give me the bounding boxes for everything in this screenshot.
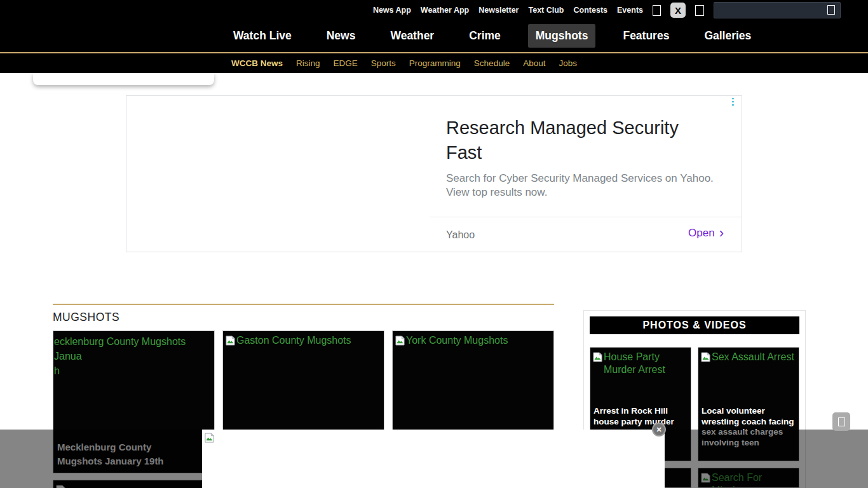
broken-image-icon (395, 336, 405, 346)
section-divider (53, 304, 554, 305)
sub-nav: WCCB News Rising EDGE Sports Programming… (231, 53, 577, 73)
nav-mugshots[interactable]: Mugshots (528, 24, 596, 48)
subnav-edge[interactable]: EDGE (334, 58, 358, 68)
search-box (714, 2, 841, 18)
nav-watch-live[interactable]: Watch Live (226, 24, 299, 48)
subnav-programming[interactable]: Programming (409, 58, 461, 68)
subnav-jobs[interactable]: Jobs (559, 58, 577, 68)
broken-image-icon (593, 352, 602, 362)
main-nav: Watch Live News Weather Crime Mugshots F… (226, 20, 759, 52)
utility-link-news-app[interactable]: News App (373, 6, 411, 15)
broken-image-alt-text: House Party Murder Arrest (604, 351, 688, 376)
broken-image-icon (226, 336, 235, 346)
search-icon[interactable] (827, 5, 835, 15)
nav-crime[interactable]: Crime (461, 24, 508, 48)
broken-image-icon (701, 352, 710, 362)
anchor-ad[interactable] (202, 430, 665, 488)
utility-link-newsletter[interactable]: Newsletter (478, 6, 519, 15)
ad-open-label: Open (688, 227, 715, 240)
display-ad: ⋮ Research Managed Security Fast Search … (126, 95, 742, 252)
photos-videos-heading: PHOTOS & VIDEOS (590, 316, 799, 334)
utility-link-weather-app[interactable]: Weather App (421, 6, 469, 15)
utility-link-contests[interactable]: Contests (574, 6, 607, 15)
subnav-rising[interactable]: Rising (296, 58, 320, 68)
utility-link-text-club[interactable]: Text Club (528, 6, 564, 15)
dropdown-panel (33, 73, 214, 85)
tile-caption: Arrest in Rock Hill house party murder (593, 406, 679, 427)
ad-options-icon[interactable]: ⋮ (728, 97, 738, 106)
ad-open-button[interactable]: Open › (688, 227, 724, 240)
broken-image-alt-text: York County Mugshots (406, 334, 508, 347)
ad-headline[interactable]: Research Managed Security Fast (446, 116, 713, 165)
search-input[interactable] (718, 3, 823, 17)
anchor-ad-close-button[interactable]: ✕ (652, 423, 666, 437)
x-twitter-icon[interactable]: X (670, 3, 686, 18)
broken-image-alt-text: Sex Assault Arrest (712, 351, 796, 363)
instagram-icon[interactable] (695, 5, 704, 16)
nav-news[interactable]: News (319, 24, 363, 48)
utility-bar: News App Weather App Newsletter Text Clu… (373, 0, 841, 20)
subnav-schedule[interactable]: Schedule (474, 58, 510, 68)
nav-galleries[interactable]: Galleries (696, 24, 759, 48)
widget-icon (838, 417, 845, 426)
broken-image-icon (205, 433, 214, 443)
subnav-sports[interactable]: Sports (371, 58, 396, 68)
utility-link-events[interactable]: Events (617, 6, 643, 15)
page: News App Weather App Newsletter Text Clu… (0, 0, 868, 488)
subnav-about[interactable]: About (523, 58, 545, 68)
broken-image-alt-text: Gaston County Mugshots (236, 334, 351, 347)
mugshots-heading: MUGSHOTS (53, 311, 119, 324)
broken-image-alt-text: ecklenburg County Mugshots Janua h (53, 331, 214, 378)
ad-divider (430, 217, 742, 217)
feedback-widget-button[interactable] (832, 412, 850, 431)
nav-weather[interactable]: Weather (383, 24, 442, 48)
nav-features[interactable]: Features (615, 24, 677, 48)
subnav-wccb-news[interactable]: WCCB News (231, 58, 283, 68)
ad-body-text: Search for Cyber Security Managed Servic… (446, 172, 738, 200)
site-header: News App Weather App Newsletter Text Clu… (0, 0, 868, 73)
chevron-right-icon: › (719, 227, 724, 239)
ad-advertiser-name: Yahoo (446, 229, 475, 241)
facebook-icon[interactable] (653, 5, 661, 16)
